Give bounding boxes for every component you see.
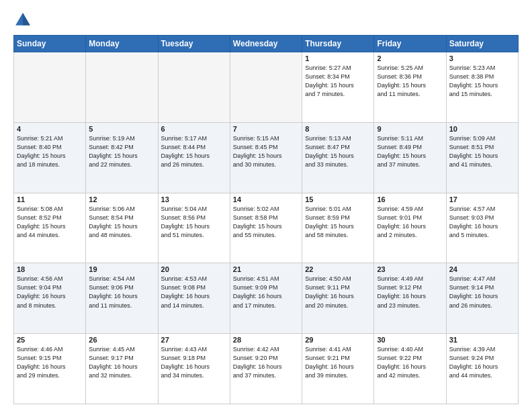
day-number: 27: [161, 336, 227, 344]
calendar-cell: 5Sunrise: 5:19 AM Sunset: 8:42 PM Daylig…: [86, 122, 158, 193]
calendar-cell: 6Sunrise: 5:17 AM Sunset: 8:44 PM Daylig…: [158, 122, 230, 193]
weekday-header: Friday: [374, 36, 446, 52]
calendar-cell: 28Sunrise: 4:42 AM Sunset: 9:20 PM Dayli…: [230, 334, 302, 404]
day-number: 22: [305, 265, 371, 273]
calendar-cell: 7Sunrise: 5:15 AM Sunset: 8:45 PM Daylig…: [230, 122, 302, 193]
day-number: 30: [377, 336, 443, 344]
calendar-cell: 9Sunrise: 5:11 AM Sunset: 8:49 PM Daylig…: [374, 122, 446, 193]
weekday-header: Thursday: [302, 36, 374, 52]
day-info: Sunrise: 4:45 AM Sunset: 9:17 PM Dayligh…: [89, 345, 154, 380]
calendar-week-row: 25Sunrise: 4:46 AM Sunset: 9:15 PM Dayli…: [14, 334, 519, 404]
svg-marker-1: [23, 13, 30, 26]
calendar-cell: 1Sunrise: 5:27 AM Sunset: 8:34 PM Daylig…: [302, 52, 374, 123]
day-info: Sunrise: 5:23 AM Sunset: 8:38 PM Dayligh…: [449, 64, 515, 99]
day-number: 31: [449, 336, 515, 344]
day-number: 29: [305, 336, 371, 344]
calendar-cell: [158, 52, 230, 123]
day-info: Sunrise: 4:46 AM Sunset: 9:15 PM Dayligh…: [17, 345, 83, 380]
day-info: Sunrise: 5:17 AM Sunset: 8:44 PM Dayligh…: [161, 134, 227, 169]
calendar-cell: [86, 52, 158, 123]
day-number: 8: [305, 125, 371, 133]
day-number: 24: [449, 265, 515, 273]
day-info: Sunrise: 5:11 AM Sunset: 8:49 PM Dayligh…: [377, 134, 443, 169]
calendar-cell: 20Sunrise: 4:53 AM Sunset: 9:08 PM Dayli…: [158, 263, 230, 334]
day-info: Sunrise: 5:04 AM Sunset: 8:56 PM Dayligh…: [161, 205, 227, 240]
calendar-cell: 4Sunrise: 5:21 AM Sunset: 8:40 PM Daylig…: [14, 122, 86, 193]
day-info: Sunrise: 5:21 AM Sunset: 8:40 PM Dayligh…: [17, 134, 83, 169]
calendar-table: SundayMondayTuesdayWednesdayThursdayFrid…: [13, 35, 519, 404]
day-number: 28: [233, 336, 299, 344]
calendar-cell: 24Sunrise: 4:47 AM Sunset: 9:14 PM Dayli…: [446, 263, 518, 334]
day-info: Sunrise: 4:54 AM Sunset: 9:06 PM Dayligh…: [89, 275, 154, 310]
calendar-week-row: 4Sunrise: 5:21 AM Sunset: 8:40 PM Daylig…: [14, 122, 519, 193]
calendar-cell: 14Sunrise: 5:02 AM Sunset: 8:58 PM Dayli…: [230, 193, 302, 263]
day-number: 2: [377, 54, 443, 62]
day-info: Sunrise: 4:43 AM Sunset: 9:18 PM Dayligh…: [161, 345, 227, 380]
calendar-cell: 27Sunrise: 4:43 AM Sunset: 9:18 PM Dayli…: [158, 334, 230, 404]
day-number: 21: [233, 265, 299, 273]
day-info: Sunrise: 5:08 AM Sunset: 8:52 PM Dayligh…: [17, 205, 83, 240]
day-info: Sunrise: 5:27 AM Sunset: 8:34 PM Dayligh…: [305, 64, 371, 99]
weekday-header: Monday: [86, 36, 158, 52]
day-info: Sunrise: 5:19 AM Sunset: 8:42 PM Dayligh…: [89, 134, 154, 169]
day-number: 26: [89, 336, 154, 344]
calendar-cell: 23Sunrise: 4:49 AM Sunset: 9:12 PM Dayli…: [374, 263, 446, 334]
calendar-week-row: 18Sunrise: 4:56 AM Sunset: 9:04 PM Dayli…: [14, 263, 519, 334]
day-info: Sunrise: 4:41 AM Sunset: 9:21 PM Dayligh…: [305, 345, 371, 380]
day-number: 7: [233, 125, 299, 133]
calendar-cell: 8Sunrise: 5:13 AM Sunset: 8:47 PM Daylig…: [302, 122, 374, 193]
day-info: Sunrise: 4:57 AM Sunset: 9:03 PM Dayligh…: [449, 205, 515, 240]
day-number: 17: [449, 195, 515, 203]
day-info: Sunrise: 4:39 AM Sunset: 9:24 PM Dayligh…: [449, 345, 515, 380]
day-info: Sunrise: 4:40 AM Sunset: 9:22 PM Dayligh…: [377, 345, 443, 380]
calendar-cell: 13Sunrise: 5:04 AM Sunset: 8:56 PM Dayli…: [158, 193, 230, 263]
day-number: 23: [377, 265, 443, 273]
logo-icon: [13, 11, 32, 30]
calendar-cell: 2Sunrise: 5:25 AM Sunset: 8:36 PM Daylig…: [374, 52, 446, 123]
header: [13, 11, 519, 30]
day-info: Sunrise: 5:15 AM Sunset: 8:45 PM Dayligh…: [233, 134, 299, 169]
calendar-cell: 26Sunrise: 4:45 AM Sunset: 9:17 PM Dayli…: [86, 334, 158, 404]
day-info: Sunrise: 5:01 AM Sunset: 8:59 PM Dayligh…: [305, 205, 371, 240]
day-info: Sunrise: 5:25 AM Sunset: 8:36 PM Dayligh…: [377, 64, 443, 99]
calendar-cell: 18Sunrise: 4:56 AM Sunset: 9:04 PM Dayli…: [14, 263, 86, 334]
calendar-cell: 10Sunrise: 5:09 AM Sunset: 8:51 PM Dayli…: [446, 122, 518, 193]
day-number: 6: [161, 125, 227, 133]
calendar-header-row: SundayMondayTuesdayWednesdayThursdayFrid…: [14, 36, 519, 52]
day-info: Sunrise: 4:47 AM Sunset: 9:14 PM Dayligh…: [449, 275, 515, 310]
day-number: 16: [377, 195, 443, 203]
calendar-cell: [14, 52, 86, 123]
day-info: Sunrise: 5:09 AM Sunset: 8:51 PM Dayligh…: [449, 134, 515, 169]
day-info: Sunrise: 4:59 AM Sunset: 9:01 PM Dayligh…: [377, 205, 443, 240]
day-number: 1: [305, 54, 371, 62]
calendar-cell: 17Sunrise: 4:57 AM Sunset: 9:03 PM Dayli…: [446, 193, 518, 263]
day-number: 10: [449, 125, 515, 133]
day-number: 4: [17, 125, 83, 133]
calendar-cell: 25Sunrise: 4:46 AM Sunset: 9:15 PM Dayli…: [14, 334, 86, 404]
day-info: Sunrise: 5:06 AM Sunset: 8:54 PM Dayligh…: [89, 205, 154, 240]
calendar-cell: 11Sunrise: 5:08 AM Sunset: 8:52 PM Dayli…: [14, 193, 86, 263]
page: SundayMondayTuesdayWednesdayThursdayFrid…: [0, 0, 532, 411]
day-info: Sunrise: 4:42 AM Sunset: 9:20 PM Dayligh…: [233, 345, 299, 380]
day-info: Sunrise: 5:02 AM Sunset: 8:58 PM Dayligh…: [233, 205, 299, 240]
calendar-cell: 19Sunrise: 4:54 AM Sunset: 9:06 PM Dayli…: [86, 263, 158, 334]
calendar-cell: 31Sunrise: 4:39 AM Sunset: 9:24 PM Dayli…: [446, 334, 518, 404]
calendar-week-row: 1Sunrise: 5:27 AM Sunset: 8:34 PM Daylig…: [14, 52, 519, 123]
day-number: 20: [161, 265, 227, 273]
calendar-cell: 12Sunrise: 5:06 AM Sunset: 8:54 PM Dayli…: [86, 193, 158, 263]
day-info: Sunrise: 4:50 AM Sunset: 9:11 PM Dayligh…: [305, 275, 371, 310]
weekday-header: Sunday: [14, 36, 86, 52]
day-number: 5: [89, 125, 154, 133]
calendar-cell: 30Sunrise: 4:40 AM Sunset: 9:22 PM Dayli…: [374, 334, 446, 404]
day-info: Sunrise: 4:49 AM Sunset: 9:12 PM Dayligh…: [377, 275, 443, 310]
calendar-cell: [230, 52, 302, 123]
day-number: 3: [449, 54, 515, 62]
day-info: Sunrise: 4:51 AM Sunset: 9:09 PM Dayligh…: [233, 275, 299, 310]
weekday-header: Wednesday: [230, 36, 302, 52]
calendar-week-row: 11Sunrise: 5:08 AM Sunset: 8:52 PM Dayli…: [14, 193, 519, 263]
weekday-header: Tuesday: [158, 36, 230, 52]
calendar-cell: 15Sunrise: 5:01 AM Sunset: 8:59 PM Dayli…: [302, 193, 374, 263]
calendar-cell: 29Sunrise: 4:41 AM Sunset: 9:21 PM Dayli…: [302, 334, 374, 404]
weekday-header: Saturday: [446, 36, 518, 52]
day-number: 11: [17, 195, 83, 203]
